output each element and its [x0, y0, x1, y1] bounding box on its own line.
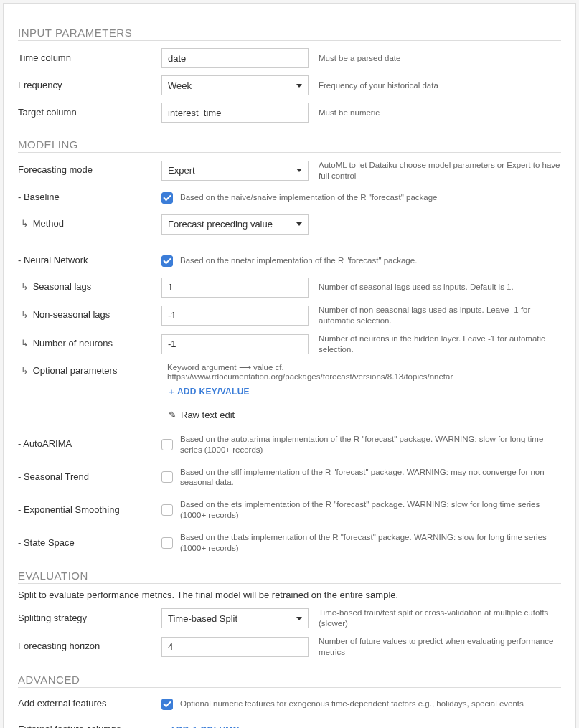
chevron-down-icon — [296, 84, 302, 88]
baseline-method-select[interactable]: Forecast preceding value — [161, 214, 309, 235]
target-column-input[interactable] — [161, 103, 309, 123]
time-column-input[interactable] — [161, 48, 309, 68]
frequency-select[interactable]: Week — [161, 75, 309, 95]
forecasting-horizon-label: Forecasting horizon — [18, 640, 161, 653]
row-baseline-method: Method Forecast preceding value — [18, 214, 561, 235]
autoarima-checkbox[interactable] — [161, 439, 173, 450]
exp-smoothing-checkbox[interactable] — [161, 504, 173, 516]
chevron-down-icon — [296, 617, 302, 620]
row-neural: - Neural Network Based on the nnetar imp… — [18, 252, 561, 270]
row-non-seasonal-lags: Non-seasonal lags Number of non-seasonal… — [18, 305, 561, 326]
row-state-space: - State Space Based on the tbats impleme… — [18, 532, 561, 554]
row-exp-smoothing: - Exponential Smoothing Based on the ets… — [18, 499, 561, 521]
chevron-down-icon — [296, 169, 302, 172]
splitting-strategy-select[interactable]: Time-based Split — [161, 608, 309, 628]
evaluation-desc: Split to evaluate performance metrics. T… — [18, 590, 561, 600]
splitting-strategy-value: Time-based Split — [168, 613, 237, 624]
time-column-label: Time column — [18, 52, 161, 65]
exp-smoothing-help: Based on the ets implementation of the R… — [173, 499, 561, 521]
neurons-label: Number of neurons — [18, 338, 161, 350]
section-input-title: INPUT PARAMETERS — [18, 27, 561, 41]
add-external-features-help: Optional numeric features for exogenous … — [173, 699, 524, 709]
forecasting-mode-help: AutoML to let Dataiku choose model param… — [309, 160, 561, 181]
seasonal-trend-label: - Seasonal Trend — [18, 471, 161, 483]
autoarima-help: Based on the auto.arima implementation o… — [173, 434, 561, 455]
row-target-column: Target column Must be numeric — [18, 103, 561, 123]
non-seasonal-lags-input[interactable] — [161, 306, 309, 326]
target-column-help: Must be numeric — [309, 108, 380, 118]
row-add-external-features: Add external features Optional numeric f… — [18, 695, 561, 714]
baseline-method-value: Forecast preceding value — [168, 219, 273, 230]
non-seasonal-lags-help: Number of non-seasonal lags used as inpu… — [309, 305, 561, 326]
row-seasonal-lags: Seasonal lags Number of seasonal lags us… — [18, 278, 561, 298]
frequency-value: Week — [168, 80, 192, 91]
row-autoarima: - AutoARIMA Based on the auto.arima impl… — [18, 434, 561, 455]
seasonal-lags-help: Number of seasonal lags used as inputs. … — [309, 282, 514, 293]
baseline-help: Based on the naive/snaive implementation… — [173, 192, 438, 203]
splitting-strategy-help: Time-based train/test split or cross-val… — [309, 608, 561, 629]
neural-label: - Neural Network — [18, 255, 161, 267]
add-column-label: ADD A COLUMN — [170, 725, 240, 728]
raw-text-edit-button[interactable]: Raw text edit — [169, 410, 235, 420]
non-seasonal-lags-label: Non-seasonal lags — [18, 309, 161, 321]
seasonal-lags-label: Seasonal lags — [18, 281, 161, 293]
row-baseline: - Baseline Based on the naive/snaive imp… — [18, 189, 561, 207]
baseline-checkbox[interactable] — [161, 192, 173, 204]
neural-checkbox[interactable] — [161, 255, 173, 267]
neurons-input[interactable] — [161, 334, 309, 354]
state-space-checkbox[interactable] — [161, 537, 173, 549]
optional-params-label: Optional parameters — [18, 365, 161, 377]
baseline-label: - Baseline — [18, 192, 161, 204]
forecasting-mode-value: Expert — [168, 165, 195, 176]
add-key-value-button[interactable]: + ADD KEY/VALUE — [169, 387, 250, 397]
row-forecasting-mode: Forecasting mode Expert AutoML to let Da… — [18, 160, 561, 181]
forecasting-mode-select[interactable]: Expert — [161, 161, 309, 181]
settings-panel: INPUT PARAMETERS Time column Must be a p… — [3, 3, 576, 728]
optional-params-help: Keyword argument ⟶ value cf. https://www… — [167, 362, 561, 381]
plus-icon: + — [169, 387, 174, 397]
state-space-help: Based on the tbats implementation of the… — [173, 532, 561, 554]
section-modeling-title: MODELING — [18, 138, 561, 153]
neural-help: Based on the nnetar implementation of th… — [173, 255, 417, 266]
target-column-label: Target column — [18, 107, 161, 119]
add-external-features-label: Add external features — [18, 698, 161, 710]
pencil-icon — [169, 410, 176, 420]
row-external-feature-columns: External feature columns + ADD A COLUMN — [18, 721, 561, 728]
section-advanced-title: ADVANCED — [18, 673, 561, 688]
row-optional-params: Optional parameters Keyword argument ⟶ v… — [18, 362, 561, 381]
neurons-help: Number of neurons in the hidden layer. L… — [309, 334, 561, 355]
raw-text-edit-label: Raw text edit — [181, 410, 235, 420]
seasonal-trend-checkbox[interactable] — [161, 471, 173, 483]
forecasting-horizon-input[interactable] — [161, 637, 309, 657]
splitting-strategy-label: Splitting strategy — [18, 613, 161, 625]
row-forecasting-horizon: Forecasting horizon Number of future val… — [18, 636, 561, 658]
external-feature-columns-label: External feature columns — [18, 724, 161, 728]
seasonal-trend-help: Based on the stlf implementation of the … — [173, 467, 561, 488]
forecasting-mode-label: Forecasting mode — [18, 164, 161, 176]
row-splitting-strategy: Splitting strategy Time-based Split Time… — [18, 608, 561, 629]
frequency-help: Frequency of your historical data — [309, 80, 438, 91]
add-key-value-label: ADD KEY/VALUE — [177, 387, 250, 397]
row-time-column: Time column Must be a parsed date — [18, 48, 561, 68]
row-seasonal-trend: - Seasonal Trend Based on the stlf imple… — [18, 467, 561, 488]
exp-smoothing-label: - Exponential Smoothing — [18, 504, 161, 516]
add-external-features-checkbox[interactable] — [161, 699, 173, 710]
frequency-label: Frequency — [18, 80, 161, 92]
add-column-button[interactable]: + ADD A COLUMN — [161, 725, 240, 728]
state-space-label: - State Space — [18, 537, 161, 549]
row-neurons: Number of neurons Number of neurons in t… — [18, 334, 561, 355]
section-evaluation-title: EVALUATION — [18, 569, 561, 584]
chevron-down-icon — [296, 222, 302, 226]
plus-icon: + — [161, 725, 167, 728]
optional-params-block: + ADD KEY/VALUE Raw text edit — [161, 385, 561, 421]
baseline-method-label: Method — [18, 218, 161, 230]
autoarima-label: - AutoARIMA — [18, 438, 161, 450]
forecasting-horizon-help: Number of future values to predict when … — [309, 636, 561, 658]
time-column-help: Must be a parsed date — [309, 53, 400, 64]
seasonal-lags-input[interactable] — [161, 278, 309, 298]
row-frequency: Frequency Week Frequency of your histori… — [18, 75, 561, 95]
